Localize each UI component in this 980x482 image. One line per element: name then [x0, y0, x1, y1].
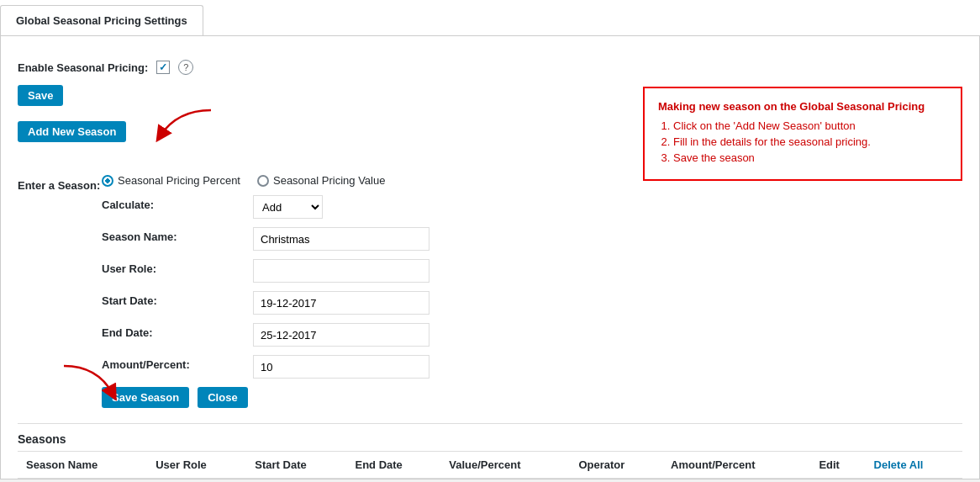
- col-user-role: User Role: [147, 452, 246, 479]
- start-date-control: [253, 291, 962, 315]
- end-date-input[interactable]: [253, 323, 429, 347]
- amount-percent-label: Amount/Percent:: [102, 355, 253, 371]
- end-date-control: [253, 323, 962, 347]
- amount-percent-input[interactable]: [253, 355, 429, 379]
- col-amount-percent: Amount/Percent: [662, 452, 810, 479]
- end-date-row: End Date:: [102, 323, 962, 347]
- arrow-2: [55, 362, 123, 404]
- seasons-table: Season Name User Role Start Date End Dat…: [18, 451, 962, 479]
- amount-percent-control: [253, 355, 962, 379]
- user-role-input[interactable]: [253, 259, 429, 283]
- col-delete-all[interactable]: Delete All: [866, 452, 962, 479]
- close-button[interactable]: Close: [198, 387, 247, 408]
- form-section: Enter a Season: Seasonal Pricing Percent…: [18, 174, 962, 408]
- form-section-body: Seasonal Pricing Percent Seasonal Pricin…: [102, 174, 962, 408]
- radio-value-label: Seasonal Pricing Value: [273, 174, 385, 187]
- col-edit: Edit: [810, 452, 865, 479]
- help-icon[interactable]: ?: [178, 60, 193, 75]
- start-date-row: Start Date:: [102, 291, 962, 315]
- calculate-select[interactable]: Add Subtract Multiply: [253, 195, 323, 219]
- main-content: Making new season on the Global Seasonal…: [0, 36, 980, 479]
- seasons-table-head: Season Name User Role Start Date End Dat…: [18, 452, 962, 479]
- enable-checkbox[interactable]: [156, 61, 170, 74]
- save-button[interactable]: Save: [18, 85, 63, 106]
- col-end-date: End Date: [346, 452, 440, 479]
- action-buttons-row: Save Season Close: [102, 387, 962, 408]
- arrow-1: [152, 106, 219, 148]
- season-name-input[interactable]: [253, 227, 429, 251]
- add-new-season-button[interactable]: Add New Season: [18, 121, 126, 142]
- calculate-label: Calculate:: [102, 195, 253, 211]
- radio-percent-label: Seasonal Pricing Percent: [118, 174, 240, 187]
- season-name-label: Season Name:: [102, 227, 253, 243]
- col-operator: Operator: [570, 452, 662, 479]
- user-role-label: User Role:: [102, 259, 253, 275]
- tab-global-seasonal-pricing[interactable]: Global Seasonal Pricing Settings: [0, 5, 203, 35]
- user-role-control: [253, 259, 962, 283]
- radio-percent-circle[interactable]: [102, 175, 113, 187]
- info-step-2: Fill in the details for the seasonal pri…: [673, 135, 947, 148]
- amount-percent-row: Amount/Percent:: [102, 355, 962, 379]
- enable-row: Enable Seasonal Pricing: ?: [18, 60, 962, 75]
- seasons-title: Seasons: [18, 432, 962, 446]
- info-step-1: Click on the 'Add New Season' button: [673, 119, 947, 132]
- enable-label: Enable Seasonal Pricing:: [18, 61, 148, 74]
- info-box-steps: Click on the 'Add New Season' button Fil…: [658, 119, 947, 164]
- calculate-row: Calculate: Add Subtract Multiply: [102, 195, 962, 219]
- radio-value-circle[interactable]: [257, 175, 269, 187]
- start-date-input[interactable]: [253, 291, 429, 315]
- col-start-date: Start Date: [246, 452, 346, 479]
- user-role-row: User Role:: [102, 259, 962, 283]
- seasons-table-header-row: Season Name User Role Start Date End Dat…: [18, 452, 962, 479]
- season-name-row: Season Name:: [102, 227, 962, 251]
- end-date-label: End Date:: [102, 323, 253, 339]
- start-date-label: Start Date:: [102, 291, 253, 307]
- calculate-control: Add Subtract Multiply: [253, 195, 962, 219]
- col-value-percent: Value/Percent: [440, 452, 570, 479]
- seasons-table-section: Seasons Season Name User Role Start Date…: [18, 423, 962, 479]
- season-name-control: [253, 227, 962, 251]
- enter-season-section: Enter a Season: Seasonal Pricing Percent…: [18, 174, 962, 408]
- col-season-name: Season Name: [18, 452, 147, 479]
- radio-value[interactable]: Seasonal Pricing Value: [257, 174, 385, 187]
- info-step-3: Save the season: [673, 151, 947, 164]
- tab-bar: Global Seasonal Pricing Settings: [0, 0, 980, 36]
- radio-percent[interactable]: Seasonal Pricing Percent: [102, 174, 240, 187]
